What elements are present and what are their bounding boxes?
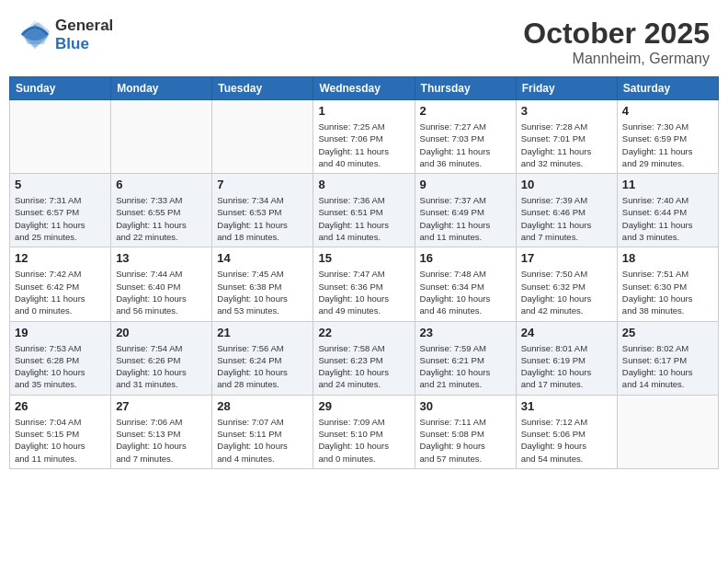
weekday-header-monday: Monday bbox=[111, 77, 212, 100]
calendar-cell: 17Sunrise: 7:50 AM Sunset: 6:32 PM Dayli… bbox=[516, 247, 617, 321]
day-number: 12 bbox=[15, 251, 106, 265]
day-number: 23 bbox=[420, 326, 511, 339]
calendar-week-3: 12Sunrise: 7:42 AM Sunset: 6:42 PM Dayli… bbox=[10, 247, 719, 321]
calendar-cell: 11Sunrise: 7:40 AM Sunset: 6:44 PM Dayli… bbox=[617, 174, 718, 247]
logo: General Blue bbox=[18, 17, 113, 52]
day-info: Sunrise: 7:59 AM Sunset: 6:21 PM Dayligh… bbox=[420, 342, 511, 391]
day-info: Sunrise: 7:39 AM Sunset: 6:46 PM Dayligh… bbox=[521, 194, 612, 243]
calendar-cell: 19Sunrise: 7:53 AM Sunset: 6:28 PM Dayli… bbox=[10, 321, 111, 395]
day-number: 24 bbox=[521, 326, 612, 339]
calendar-week-2: 5Sunrise: 7:31 AM Sunset: 6:57 PM Daylig… bbox=[10, 174, 719, 247]
day-number: 10 bbox=[521, 178, 612, 191]
calendar-cell bbox=[111, 100, 212, 174]
day-info: Sunrise: 7:51 AM Sunset: 6:30 PM Dayligh… bbox=[622, 268, 713, 316]
calendar-week-4: 19Sunrise: 7:53 AM Sunset: 6:28 PM Dayli… bbox=[10, 321, 719, 395]
calendar-cell bbox=[212, 100, 313, 174]
day-number: 26 bbox=[15, 399, 106, 413]
calendar-cell: 7Sunrise: 7:34 AM Sunset: 6:53 PM Daylig… bbox=[212, 174, 313, 247]
day-number: 2 bbox=[420, 104, 511, 118]
day-info: Sunrise: 7:36 AM Sunset: 6:51 PM Dayligh… bbox=[318, 194, 409, 243]
day-number: 8 bbox=[318, 178, 409, 191]
day-number: 3 bbox=[521, 104, 612, 118]
day-number: 11 bbox=[622, 178, 713, 191]
calendar-cell: 13Sunrise: 7:44 AM Sunset: 6:40 PM Dayli… bbox=[111, 247, 212, 321]
day-number: 9 bbox=[420, 178, 511, 191]
calendar-cell: 6Sunrise: 7:33 AM Sunset: 6:55 PM Daylig… bbox=[111, 174, 212, 247]
day-number: 6 bbox=[116, 178, 207, 191]
day-info: Sunrise: 7:47 AM Sunset: 6:36 PM Dayligh… bbox=[318, 268, 409, 316]
day-info: Sunrise: 7:50 AM Sunset: 6:32 PM Dayligh… bbox=[521, 268, 612, 316]
calendar-cell: 20Sunrise: 7:54 AM Sunset: 6:26 PM Dayli… bbox=[111, 321, 212, 395]
calendar-cell: 30Sunrise: 7:11 AM Sunset: 5:08 PM Dayli… bbox=[415, 395, 516, 468]
weekday-header-sunday: Sunday bbox=[10, 77, 111, 100]
weekday-header-saturday: Saturday bbox=[617, 77, 718, 100]
calendar-cell: 16Sunrise: 7:48 AM Sunset: 6:34 PM Dayli… bbox=[415, 247, 516, 321]
day-number: 4 bbox=[622, 104, 713, 118]
title-block: October 2025 Mannheim, Germany bbox=[523, 17, 710, 67]
calendar-cell: 28Sunrise: 7:07 AM Sunset: 5:11 PM Dayli… bbox=[212, 395, 313, 468]
calendar-cell bbox=[10, 100, 111, 174]
calendar-week-5: 26Sunrise: 7:04 AM Sunset: 5:15 PM Dayli… bbox=[10, 395, 719, 468]
day-info: Sunrise: 7:40 AM Sunset: 6:44 PM Dayligh… bbox=[622, 194, 713, 243]
calendar-cell: 26Sunrise: 7:04 AM Sunset: 5:15 PM Dayli… bbox=[10, 395, 111, 468]
calendar-cell: 12Sunrise: 7:42 AM Sunset: 6:42 PM Dayli… bbox=[10, 247, 111, 321]
day-info: Sunrise: 7:48 AM Sunset: 6:34 PM Dayligh… bbox=[420, 268, 511, 316]
day-info: Sunrise: 7:07 AM Sunset: 5:11 PM Dayligh… bbox=[217, 416, 308, 465]
day-number: 5 bbox=[15, 178, 106, 191]
weekday-header-tuesday: Tuesday bbox=[212, 77, 313, 100]
day-info: Sunrise: 7:58 AM Sunset: 6:23 PM Dayligh… bbox=[318, 342, 409, 391]
day-number: 30 bbox=[420, 399, 511, 413]
calendar-cell: 5Sunrise: 7:31 AM Sunset: 6:57 PM Daylig… bbox=[10, 174, 111, 247]
calendar-cell: 23Sunrise: 7:59 AM Sunset: 6:21 PM Dayli… bbox=[415, 321, 516, 395]
day-number: 27 bbox=[116, 399, 207, 413]
calendar-cell: 4Sunrise: 7:30 AM Sunset: 6:59 PM Daylig… bbox=[617, 100, 718, 174]
day-number: 17 bbox=[521, 251, 612, 265]
calendar-cell: 18Sunrise: 7:51 AM Sunset: 6:30 PM Dayli… bbox=[617, 247, 718, 321]
day-number: 28 bbox=[217, 399, 308, 413]
day-info: Sunrise: 7:54 AM Sunset: 6:26 PM Dayligh… bbox=[116, 342, 207, 391]
calendar-cell: 8Sunrise: 7:36 AM Sunset: 6:51 PM Daylig… bbox=[313, 174, 415, 247]
day-number: 22 bbox=[318, 326, 409, 339]
day-number: 20 bbox=[116, 326, 207, 339]
calendar-cell: 14Sunrise: 7:45 AM Sunset: 6:38 PM Dayli… bbox=[212, 247, 313, 321]
day-number: 15 bbox=[318, 251, 409, 265]
day-number: 25 bbox=[622, 326, 713, 339]
calendar-header-row: SundayMondayTuesdayWednesdayThursdayFrid… bbox=[10, 77, 719, 100]
day-number: 13 bbox=[116, 251, 207, 265]
day-info: Sunrise: 7:56 AM Sunset: 6:24 PM Dayligh… bbox=[217, 342, 308, 391]
weekday-header-thursday: Thursday bbox=[415, 77, 516, 100]
calendar-cell: 22Sunrise: 7:58 AM Sunset: 6:23 PM Dayli… bbox=[313, 321, 415, 395]
day-number: 29 bbox=[318, 399, 409, 413]
day-info: Sunrise: 7:30 AM Sunset: 6:59 PM Dayligh… bbox=[622, 121, 713, 169]
day-info: Sunrise: 7:28 AM Sunset: 7:01 PM Dayligh… bbox=[521, 121, 612, 169]
day-number: 18 bbox=[622, 251, 713, 265]
location-title: Mannheim, Germany bbox=[523, 51, 710, 67]
logo-icon bbox=[18, 18, 51, 52]
day-number: 7 bbox=[217, 178, 308, 191]
day-info: Sunrise: 7:31 AM Sunset: 6:57 PM Dayligh… bbox=[15, 194, 106, 243]
day-number: 16 bbox=[420, 251, 511, 265]
day-info: Sunrise: 7:34 AM Sunset: 6:53 PM Dayligh… bbox=[217, 194, 308, 243]
weekday-header-friday: Friday bbox=[516, 77, 617, 100]
calendar-cell: 1Sunrise: 7:25 AM Sunset: 7:06 PM Daylig… bbox=[313, 100, 415, 174]
logo-text-line1: General bbox=[55, 17, 113, 35]
calendar-cell: 25Sunrise: 8:02 AM Sunset: 6:17 PM Dayli… bbox=[617, 321, 718, 395]
logo-text-line2: Blue bbox=[55, 35, 113, 53]
day-number: 14 bbox=[217, 251, 308, 265]
weekday-header-wednesday: Wednesday bbox=[313, 77, 415, 100]
day-info: Sunrise: 7:04 AM Sunset: 5:15 PM Dayligh… bbox=[15, 416, 106, 465]
day-info: Sunrise: 7:42 AM Sunset: 6:42 PM Dayligh… bbox=[15, 268, 106, 316]
calendar-cell: 31Sunrise: 7:12 AM Sunset: 5:06 PM Dayli… bbox=[516, 395, 617, 468]
calendar-cell: 10Sunrise: 7:39 AM Sunset: 6:46 PM Dayli… bbox=[516, 174, 617, 247]
calendar-body: 1Sunrise: 7:25 AM Sunset: 7:06 PM Daylig… bbox=[10, 100, 719, 469]
day-number: 1 bbox=[318, 104, 409, 118]
calendar-cell: 3Sunrise: 7:28 AM Sunset: 7:01 PM Daylig… bbox=[516, 100, 617, 174]
day-info: Sunrise: 7:11 AM Sunset: 5:08 PM Dayligh… bbox=[420, 416, 511, 465]
calendar-week-1: 1Sunrise: 7:25 AM Sunset: 7:06 PM Daylig… bbox=[10, 100, 719, 174]
day-info: Sunrise: 7:37 AM Sunset: 6:49 PM Dayligh… bbox=[420, 194, 511, 243]
calendar-cell: 2Sunrise: 7:27 AM Sunset: 7:03 PM Daylig… bbox=[415, 100, 516, 174]
calendar-cell: 21Sunrise: 7:56 AM Sunset: 6:24 PM Dayli… bbox=[212, 321, 313, 395]
calendar-table: SundayMondayTuesdayWednesdayThursdayFrid… bbox=[9, 76, 719, 469]
calendar-cell: 15Sunrise: 7:47 AM Sunset: 6:36 PM Dayli… bbox=[313, 247, 415, 321]
day-info: Sunrise: 7:25 AM Sunset: 7:06 PM Dayligh… bbox=[318, 121, 409, 169]
